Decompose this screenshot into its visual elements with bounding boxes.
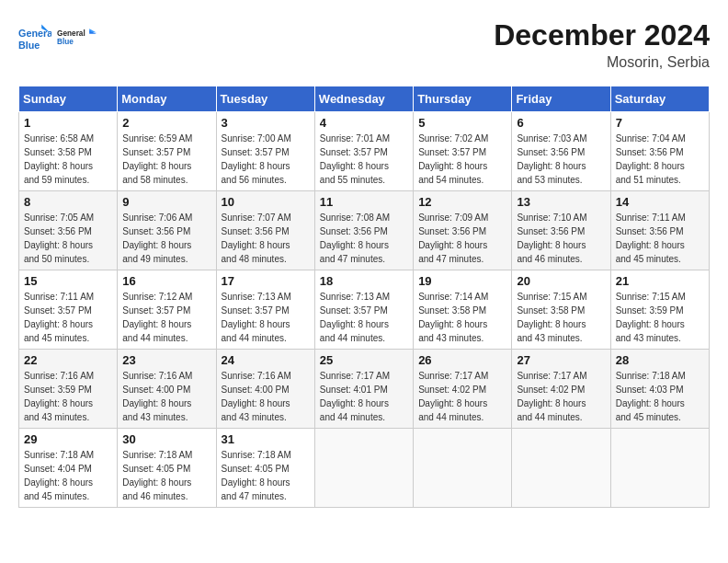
calendar-cell: 20Sunrise: 7:15 AMSunset: 3:58 PMDayligh… bbox=[512, 270, 610, 350]
day-info: Sunrise: 7:01 AMSunset: 3:57 PMDaylight:… bbox=[320, 132, 408, 187]
weekday-header-row: SundayMondayTuesdayWednesdayThursdayFrid… bbox=[19, 86, 710, 112]
day-info: Sunrise: 7:11 AMSunset: 3:56 PMDaylight:… bbox=[616, 211, 704, 266]
day-info: Sunrise: 7:05 AMSunset: 3:56 PMDaylight:… bbox=[24, 211, 112, 266]
title-block: December 2024 Mosorin, Serbia bbox=[494, 18, 710, 71]
calendar-cell: 1Sunrise: 6:58 AMSunset: 3:58 PMDaylight… bbox=[19, 112, 118, 191]
day-info: Sunrise: 7:03 AMSunset: 3:56 PMDaylight:… bbox=[517, 132, 605, 187]
day-number: 10 bbox=[222, 195, 310, 209]
svg-text:Blue: Blue bbox=[18, 40, 40, 51]
page-header: General Blue General Blue December 2024 … bbox=[18, 18, 710, 71]
day-number: 15 bbox=[24, 274, 112, 288]
day-info: Sunrise: 7:16 AMSunset: 3:59 PMDaylight:… bbox=[24, 369, 112, 424]
day-info: Sunrise: 7:10 AMSunset: 3:56 PMDaylight:… bbox=[517, 211, 605, 266]
weekday-header-sunday: Sunday bbox=[19, 86, 118, 112]
day-number: 24 bbox=[222, 353, 310, 367]
day-info: Sunrise: 7:17 AMSunset: 4:01 PMDaylight:… bbox=[320, 369, 408, 424]
day-info: Sunrise: 7:18 AMSunset: 4:03 PMDaylight:… bbox=[616, 369, 704, 424]
calendar-cell: 28Sunrise: 7:18 AMSunset: 4:03 PMDayligh… bbox=[610, 350, 709, 429]
week-row-3: 15Sunrise: 7:11 AMSunset: 3:57 PMDayligh… bbox=[19, 270, 710, 350]
logo-icon: General Blue bbox=[18, 20, 51, 53]
calendar-cell: 16Sunrise: 7:12 AMSunset: 3:57 PMDayligh… bbox=[118, 270, 216, 350]
calendar-cell: 29Sunrise: 7:18 AMSunset: 4:04 PMDayligh… bbox=[19, 429, 118, 508]
calendar-cell bbox=[414, 429, 512, 508]
day-info: Sunrise: 7:06 AMSunset: 3:56 PMDaylight:… bbox=[122, 211, 210, 266]
day-info: Sunrise: 7:15 AMSunset: 3:58 PMDaylight:… bbox=[517, 290, 605, 345]
calendar-cell: 7Sunrise: 7:04 AMSunset: 3:56 PMDaylight… bbox=[610, 112, 709, 191]
day-number: 6 bbox=[517, 116, 605, 130]
weekday-header-thursday: Thursday bbox=[414, 86, 512, 112]
day-number: 28 bbox=[616, 353, 704, 367]
week-row-2: 8Sunrise: 7:05 AMSunset: 3:56 PMDaylight… bbox=[19, 191, 710, 270]
calendar-cell: 11Sunrise: 7:08 AMSunset: 3:56 PMDayligh… bbox=[314, 191, 413, 270]
weekday-header-wednesday: Wednesday bbox=[314, 86, 413, 112]
day-info: Sunrise: 7:14 AMSunset: 3:58 PMDaylight:… bbox=[418, 290, 506, 345]
calendar-cell: 8Sunrise: 7:05 AMSunset: 3:56 PMDaylight… bbox=[19, 191, 118, 270]
day-number: 30 bbox=[122, 432, 210, 446]
day-number: 5 bbox=[418, 116, 506, 130]
calendar-cell: 9Sunrise: 7:06 AMSunset: 3:56 PMDaylight… bbox=[118, 191, 216, 270]
calendar-cell: 24Sunrise: 7:16 AMSunset: 4:00 PMDayligh… bbox=[216, 350, 314, 429]
calendar-cell: 18Sunrise: 7:13 AMSunset: 3:57 PMDayligh… bbox=[314, 270, 413, 350]
calendar-cell bbox=[610, 429, 709, 508]
day-number: 7 bbox=[616, 116, 704, 130]
day-number: 12 bbox=[418, 195, 506, 209]
calendar-cell: 26Sunrise: 7:17 AMSunset: 4:02 PMDayligh… bbox=[414, 350, 512, 429]
day-number: 2 bbox=[122, 116, 210, 130]
svg-text:Blue: Blue bbox=[57, 38, 74, 46]
calendar-cell: 19Sunrise: 7:14 AMSunset: 3:58 PMDayligh… bbox=[414, 270, 512, 350]
day-number: 1 bbox=[24, 116, 112, 130]
day-number: 20 bbox=[517, 274, 605, 288]
calendar-cell: 25Sunrise: 7:17 AMSunset: 4:01 PMDayligh… bbox=[314, 350, 413, 429]
calendar-cell: 15Sunrise: 7:11 AMSunset: 3:57 PMDayligh… bbox=[19, 270, 118, 350]
calendar-cell: 27Sunrise: 7:17 AMSunset: 4:02 PMDayligh… bbox=[512, 350, 610, 429]
calendar-cell: 2Sunrise: 6:59 AMSunset: 3:57 PMDaylight… bbox=[118, 112, 216, 191]
week-row-1: 1Sunrise: 6:58 AMSunset: 3:58 PMDaylight… bbox=[19, 112, 710, 191]
day-info: Sunrise: 7:16 AMSunset: 4:00 PMDaylight:… bbox=[122, 369, 210, 424]
calendar-cell: 21Sunrise: 7:15 AMSunset: 3:59 PMDayligh… bbox=[610, 270, 709, 350]
day-info: Sunrise: 7:07 AMSunset: 3:56 PMDaylight:… bbox=[222, 211, 310, 266]
day-number: 22 bbox=[24, 353, 112, 367]
calendar-cell: 31Sunrise: 7:18 AMSunset: 4:05 PMDayligh… bbox=[216, 429, 314, 508]
day-number: 16 bbox=[122, 274, 210, 288]
day-info: Sunrise: 7:17 AMSunset: 4:02 PMDaylight:… bbox=[517, 369, 605, 424]
day-number: 17 bbox=[222, 274, 310, 288]
day-number: 23 bbox=[122, 353, 210, 367]
day-info: Sunrise: 7:13 AMSunset: 3:57 PMDaylight:… bbox=[222, 290, 310, 345]
day-info: Sunrise: 7:17 AMSunset: 4:02 PMDaylight:… bbox=[418, 369, 506, 424]
day-number: 11 bbox=[320, 195, 408, 209]
day-number: 26 bbox=[418, 353, 506, 367]
day-info: Sunrise: 7:18 AMSunset: 4:05 PMDaylight:… bbox=[222, 448, 310, 503]
day-number: 21 bbox=[616, 274, 704, 288]
day-number: 27 bbox=[517, 353, 605, 367]
weekday-header-tuesday: Tuesday bbox=[216, 86, 314, 112]
weekday-header-monday: Monday bbox=[118, 86, 216, 112]
day-info: Sunrise: 7:15 AMSunset: 3:59 PMDaylight:… bbox=[616, 290, 704, 345]
calendar-cell: 5Sunrise: 7:02 AMSunset: 3:57 PMDaylight… bbox=[414, 112, 512, 191]
calendar-table: SundayMondayTuesdayWednesdayThursdayFrid… bbox=[18, 86, 710, 508]
day-info: Sunrise: 7:16 AMSunset: 4:00 PMDaylight:… bbox=[222, 369, 310, 424]
calendar-cell: 14Sunrise: 7:11 AMSunset: 3:56 PMDayligh… bbox=[610, 191, 709, 270]
day-number: 3 bbox=[222, 116, 310, 130]
day-info: Sunrise: 7:18 AMSunset: 4:05 PMDaylight:… bbox=[122, 448, 210, 503]
day-info: Sunrise: 6:59 AMSunset: 3:57 PMDaylight:… bbox=[122, 132, 210, 187]
day-info: Sunrise: 7:09 AMSunset: 3:56 PMDaylight:… bbox=[418, 211, 506, 266]
logo: General Blue General Blue bbox=[18, 18, 97, 55]
month-title: December 2024 bbox=[494, 18, 710, 52]
day-info: Sunrise: 7:02 AMSunset: 3:57 PMDaylight:… bbox=[418, 132, 506, 187]
week-row-4: 22Sunrise: 7:16 AMSunset: 3:59 PMDayligh… bbox=[19, 350, 710, 429]
calendar-cell: 22Sunrise: 7:16 AMSunset: 3:59 PMDayligh… bbox=[19, 350, 118, 429]
svg-text:General: General bbox=[57, 29, 85, 38]
calendar-cell: 3Sunrise: 7:00 AMSunset: 3:57 PMDaylight… bbox=[216, 112, 314, 191]
day-info: Sunrise: 7:08 AMSunset: 3:56 PMDaylight:… bbox=[320, 211, 408, 266]
day-number: 9 bbox=[122, 195, 210, 209]
day-info: Sunrise: 7:11 AMSunset: 3:57 PMDaylight:… bbox=[24, 290, 112, 345]
logo-bird: General Blue bbox=[57, 18, 97, 55]
calendar-cell: 13Sunrise: 7:10 AMSunset: 3:56 PMDayligh… bbox=[512, 191, 610, 270]
day-number: 8 bbox=[24, 195, 112, 209]
day-info: Sunrise: 7:18 AMSunset: 4:04 PMDaylight:… bbox=[24, 448, 112, 503]
weekday-header-saturday: Saturday bbox=[610, 86, 709, 112]
day-number: 14 bbox=[616, 195, 704, 209]
weekday-header-friday: Friday bbox=[512, 86, 610, 112]
day-info: Sunrise: 7:13 AMSunset: 3:57 PMDaylight:… bbox=[320, 290, 408, 345]
week-row-5: 29Sunrise: 7:18 AMSunset: 4:04 PMDayligh… bbox=[19, 429, 710, 508]
